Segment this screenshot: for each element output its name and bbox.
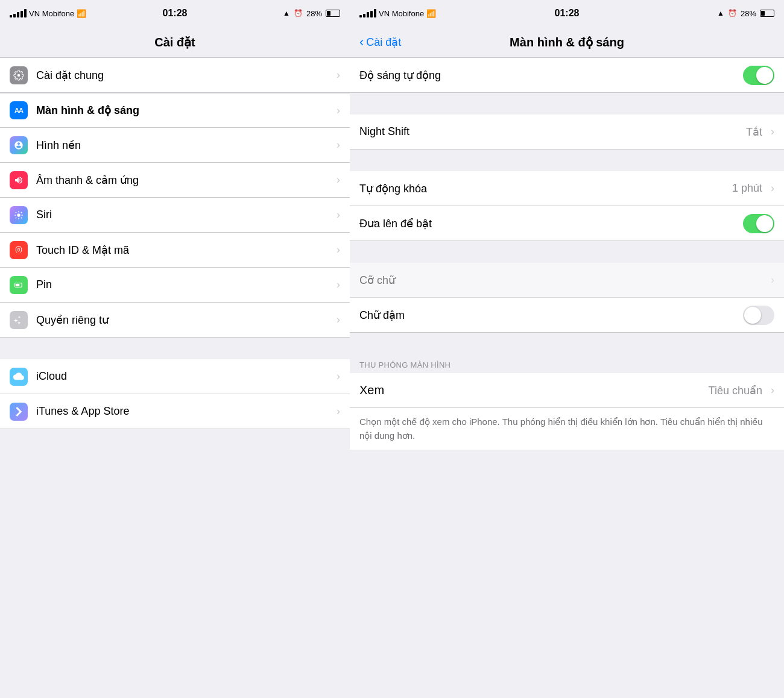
battery-icon-left — [326, 10, 340, 17]
man-hinh-label: Màn hình & độ sáng — [36, 104, 333, 117]
zoom-section: THU PHÓNG MÀN HÌNH Xem Tiêu chuẩn › Chọn… — [350, 354, 784, 450]
battery-label-right: 28% — [741, 9, 756, 18]
dua-len-toggle[interactable] — [743, 214, 774, 233]
back-chevron-icon: ‹ — [359, 34, 364, 50]
icloud-icon — [10, 368, 28, 386]
aa-display-icon: AA — [10, 101, 28, 119]
co-chu-label: Cỡ chữ — [359, 274, 767, 287]
do-sang-toggle[interactable] — [743, 66, 774, 85]
cai-dat-chung-label: Cài đặt chung — [36, 69, 333, 82]
gap-r2 — [350, 149, 784, 171]
hinh-nen-label: Hình nền — [36, 139, 333, 152]
siri-icon — [10, 206, 28, 224]
gap-r4 — [350, 333, 784, 354]
tu-dong-khoa-label: Tự động khóa — [359, 182, 732, 195]
settings-item-siri[interactable]: Siri › — [0, 198, 350, 233]
battery-area-right: ▲ ⏰ 28% — [717, 9, 774, 18]
am-thanh-label: Âm thanh & cảm ứng — [36, 174, 333, 187]
wallpaper-icon — [10, 136, 28, 154]
dua-len-row: Đưa lên để bật — [350, 206, 784, 241]
settings-item-am-thanh[interactable]: Âm thanh & cảm ứng › — [0, 163, 350, 198]
svg-point-0 — [17, 213, 20, 216]
xem-row[interactable]: Xem Tiêu chuẩn › — [350, 373, 784, 408]
settings-item-icloud[interactable]: iCloud › — [0, 359, 350, 394]
dua-len-label: Đưa lên để bật — [359, 217, 743, 230]
settings-item-hinh-nen[interactable]: Hình nền › — [0, 128, 350, 163]
privacy-icon — [10, 311, 28, 329]
sound-icon — [10, 171, 28, 189]
carrier-label-left: VN Mobifone — [29, 9, 74, 18]
nav-bar-left: Cài đặt — [0, 27, 350, 58]
chevron-icon-siri: › — [337, 209, 340, 221]
xem-label: Xem — [359, 383, 709, 397]
siri-label: Siri — [36, 209, 333, 221]
gap-r3 — [350, 241, 784, 263]
pin-label: Pin — [36, 278, 333, 291]
back-button[interactable]: ‹ Cài đặt — [359, 34, 401, 50]
chevron-night-shift: › — [771, 125, 774, 138]
chu-dam-row: Chữ đậm — [350, 298, 784, 333]
alarm-icon-left: ⏰ — [294, 9, 303, 17]
carrier-label-right: VN Mobifone — [379, 9, 424, 18]
toggle-thumb-dua-len — [756, 215, 773, 232]
gear-icon — [10, 66, 28, 84]
chevron-icon-hinh-nen: › — [337, 139, 340, 151]
signal-icon — [10, 9, 27, 17]
settings-item-man-hinh[interactable]: AA Màn hình & độ sáng › — [0, 93, 350, 128]
settings-item-touch-id[interactable]: Touch ID & Mật mã › — [0, 233, 350, 268]
toggle-thumb-do-sang — [756, 67, 773, 84]
settings-item-quyen-rieng-tu[interactable]: Quyền riêng tư › — [0, 303, 350, 338]
do-sang-row: Độ sáng tự động — [350, 58, 784, 93]
zoom-section-header: THU PHÓNG MÀN HÌNH — [350, 354, 784, 373]
zoom-description: Chọn một chế độ xem cho iPhone. Thu phón… — [350, 408, 784, 450]
signal-icon-right — [359, 9, 376, 17]
chevron-co-chu: › — [771, 274, 774, 286]
nav-title-left: Cài đặt — [154, 35, 195, 49]
xem-value: Tiêu chuẩn — [709, 384, 762, 397]
chu-dam-toggle[interactable] — [743, 306, 774, 325]
app-store-icon — [10, 403, 28, 421]
battery-settings-icon — [10, 276, 28, 294]
right-content: Độ sáng tự động Night Shift Tắt › Tự độn… — [350, 58, 784, 698]
settings-item-itunes[interactable]: iTunes & App Store › — [0, 394, 350, 429]
itunes-label: iTunes & App Store — [36, 405, 333, 418]
chevron-icon-itunes: › — [337, 405, 340, 418]
icloud-label: iCloud — [36, 370, 333, 383]
nav-bar-right: ‹ Cài đặt Màn hình & độ sáng — [350, 27, 784, 58]
touch-id-icon — [10, 241, 28, 259]
tu-dong-khoa-row[interactable]: Tự động khóa 1 phút › — [350, 171, 784, 206]
location-icon-left: ▲ — [283, 9, 290, 17]
gap-1 — [0, 338, 350, 359]
chevron-icon-touch-id: › — [337, 244, 340, 256]
night-shift-label: Night Shift — [359, 125, 746, 138]
back-label[interactable]: Cài đặt — [366, 36, 401, 49]
chevron-icon-man-hinh: › — [337, 104, 340, 117]
right-panel: VN Mobifone 📶 01:28 ▲ ⏰ 28% ‹ Cài đặt Mà… — [350, 0, 784, 698]
battery-icon-right — [760, 10, 774, 17]
left-panel: VN Mobifone 📶 01:28 ▲ ⏰ 28% Cài đặt — [0, 0, 350, 698]
tu-dong-khoa-value: 1 phút — [732, 182, 762, 195]
night-shift-value: Tắt — [746, 125, 762, 139]
wifi-icon-right: 📶 — [426, 9, 436, 18]
zoom-desc-text: Chọn một chế độ xem cho iPhone. Thu phón… — [359, 415, 774, 442]
settings-item-cai-dat-chung[interactable]: Cài đặt chung › — [0, 58, 350, 93]
do-sang-label: Độ sáng tự động — [359, 69, 743, 82]
status-bar-right: VN Mobifone 📶 01:28 ▲ ⏰ 28% — [350, 0, 784, 27]
battery-label-left: 28% — [306, 9, 322, 18]
co-chu-row[interactable]: Cỡ chữ › — [350, 263, 784, 298]
carrier-signal-left: VN Mobifone 📶 — [10, 9, 86, 18]
carrier-signal-right: VN Mobifone 📶 — [359, 9, 436, 18]
night-shift-row[interactable]: Night Shift Tắt › — [350, 115, 784, 149]
alarm-icon-right: ⏰ — [728, 9, 737, 17]
chevron-xem: › — [771, 384, 774, 397]
time-right: 01:28 — [555, 8, 580, 18]
chevron-tu-dong-khoa: › — [771, 182, 774, 195]
settings-item-pin[interactable]: Pin › — [0, 268, 350, 303]
touch-id-label: Touch ID & Mật mã — [36, 244, 333, 257]
gap-r1 — [350, 93, 784, 115]
chevron-icon-cai-dat-chung: › — [337, 69, 340, 81]
chu-dam-label: Chữ đậm — [359, 309, 743, 322]
chevron-icon-quyen-rieng-tu: › — [337, 313, 340, 326]
wifi-icon-left: 📶 — [77, 9, 86, 18]
battery-area-left: ▲ ⏰ 28% — [283, 9, 340, 18]
